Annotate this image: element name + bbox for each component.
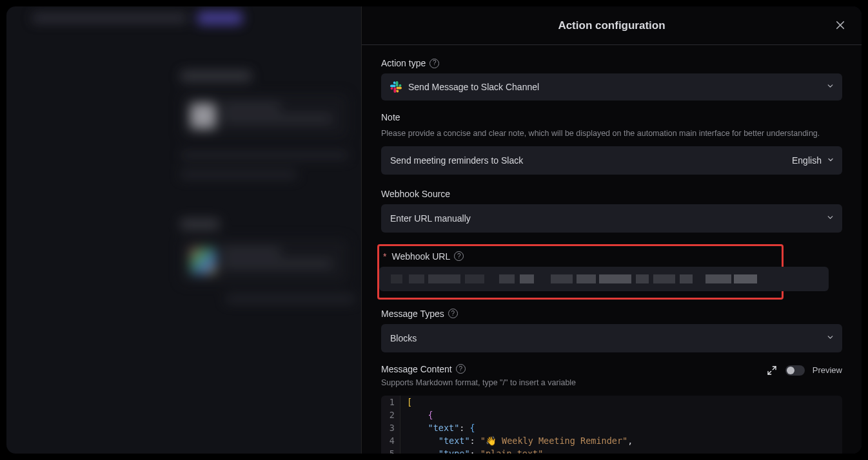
webhook-url-highlight: * Webhook URL <box>377 244 784 300</box>
note-language-select[interactable]: English <box>784 146 842 175</box>
redacted-url <box>391 274 765 283</box>
webhook-source-value: Enter URL manually <box>390 213 471 224</box>
webhook-url-label: * Webhook URL <box>383 251 778 262</box>
message-types-label: Message Types <box>381 309 842 319</box>
action-config-panel: Action configuration Action type <box>361 6 862 454</box>
webhook-source-label: Webhook Source <box>381 189 842 199</box>
line-number: 1 <box>381 396 400 408</box>
note-input[interactable] <box>390 155 775 166</box>
action-type-label: Action type <box>381 58 842 68</box>
line-number: 3 <box>381 421 400 434</box>
webhook-source-select[interactable]: Enter URL manually <box>381 204 842 233</box>
message-content-label: Message Content <box>381 364 466 374</box>
help-icon[interactable] <box>448 309 458 318</box>
close-icon[interactable] <box>833 18 847 32</box>
line-number: 2 <box>381 408 400 421</box>
note-language-value: English <box>792 155 822 166</box>
message-content-editor[interactable]: 1[ 2 { 3 "text": { 4 "text": "👋 Weekly M… <box>381 396 842 454</box>
action-type-select[interactable]: Send Message to Slack Channel <box>381 73 842 101</box>
help-icon[interactable] <box>454 251 464 261</box>
message-content-hint: Supports Markdown format, type "/" to in… <box>381 377 842 389</box>
preview-toggle[interactable] <box>785 365 805 376</box>
chevron-down-icon <box>826 333 834 343</box>
line-number: 5 <box>381 447 400 454</box>
message-types-select[interactable]: Blocks <box>381 324 842 352</box>
slack-icon <box>390 81 402 93</box>
message-types-value: Blocks <box>390 333 417 343</box>
help-icon[interactable] <box>456 364 466 374</box>
help-icon[interactable] <box>429 59 439 68</box>
expand-icon[interactable] <box>766 365 778 376</box>
webhook-url-input[interactable] <box>379 267 829 291</box>
chevron-down-icon <box>826 82 834 92</box>
note-hint: Please provide a concise and clear note,… <box>381 128 842 140</box>
line-number: 4 <box>381 434 400 447</box>
background-blur-layer <box>6 6 361 454</box>
svg-line-3 <box>768 371 771 374</box>
panel-header: Action configuration <box>362 6 862 45</box>
svg-line-2 <box>773 367 776 370</box>
note-label: Note <box>381 112 842 122</box>
action-type-value: Send Message to Slack Channel <box>408 82 539 92</box>
chevron-down-icon <box>827 155 834 166</box>
required-asterisk: * <box>383 251 386 262</box>
panel-title: Action configuration <box>558 19 665 32</box>
chevron-down-icon <box>826 213 834 224</box>
preview-toggle-label: Preview <box>813 365 842 375</box>
